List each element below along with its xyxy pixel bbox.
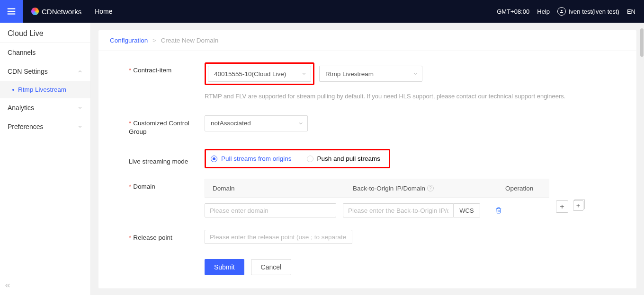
delete-row-button[interactable]	[487, 207, 510, 214]
breadcrumb-separator: >	[152, 37, 156, 44]
col-origin: Back-to-Origin IP/Domain ?	[345, 185, 501, 192]
domain-table: Domain Back-to-Origin IP/Domain ? Operat…	[205, 179, 549, 217]
nav-label: Preferences	[8, 123, 43, 130]
radio-push-pull[interactable]: Push and pull streams	[307, 155, 381, 162]
sidebar-item-channels[interactable]: Channels	[0, 43, 90, 62]
product-select[interactable]: Rtmp Livestream	[319, 66, 422, 82]
brand-logo[interactable]: CDNetworks	[31, 8, 81, 16]
chevron-down-icon	[298, 121, 304, 126]
bullet-icon	[12, 89, 14, 91]
radio-label: Push and pull streams	[317, 155, 381, 162]
release-input[interactable]	[205, 230, 352, 244]
lang-toggle[interactable]: EN	[627, 8, 635, 15]
select-value: notAssociated	[211, 120, 251, 127]
chevron-down-icon	[301, 71, 307, 77]
plus-icon	[559, 203, 565, 210]
sidebar-item-preferences[interactable]: Preferences	[0, 117, 90, 136]
sidebar-item-cdn-settings[interactable]: CDN Settings	[0, 62, 90, 81]
nav-label: Rtmp Livestream	[18, 86, 66, 93]
col-domain: Domain	[205, 185, 345, 192]
breadcrumb-parent[interactable]: Configuration	[110, 37, 148, 44]
origin-input[interactable]	[343, 203, 454, 217]
plus-stack-icon	[575, 203, 581, 208]
nav-label: CDN Settings	[8, 68, 48, 75]
chevron-double-left-icon	[4, 282, 11, 289]
col-origin-text: Back-to-Origin IP/Domain	[353, 185, 425, 192]
hamburger-icon	[6, 6, 17, 17]
highlight-mode: Pull streams from origins Push and pull …	[205, 149, 390, 168]
highlight-contract: 40015555-10(Cloud Live)	[205, 62, 314, 85]
ccg-label: Customized Control Group	[129, 115, 205, 137]
domain-input[interactable]	[205, 203, 336, 217]
col-operation: Operation	[501, 185, 549, 192]
trash-icon	[495, 207, 502, 214]
svg-point-3	[561, 10, 562, 11]
user-menu[interactable]: Iven test(Iven test)	[557, 7, 619, 16]
wcs-button[interactable]: WCS	[454, 203, 480, 217]
hamburger-button[interactable]	[0, 0, 23, 23]
sidebar-item-rtmp[interactable]: Rtmp Livestream	[0, 81, 90, 98]
nav-label: Channels	[8, 49, 36, 56]
ccg-select[interactable]: notAssociated	[205, 115, 308, 131]
sidebar: Cloud Live Channels CDN Settings Rtmp Li…	[0, 23, 91, 295]
sidebar-item-analytics[interactable]: Analytics	[0, 98, 90, 117]
top-bar: CDNetworks Home GMT+08:00 Help Iven test…	[0, 0, 644, 23]
domain-label: Domain	[129, 179, 205, 191]
chevron-down-icon	[412, 71, 418, 77]
logo-icon	[31, 8, 39, 15]
radio-icon	[211, 156, 217, 162]
nav-label: Analytics	[8, 104, 34, 112]
timezone-label[interactable]: GMT+08:00	[497, 8, 529, 15]
add-multiple-button[interactable]	[573, 200, 585, 213]
cancel-button[interactable]: Cancel	[251, 259, 292, 275]
mode-label: Live streaming mode	[129, 149, 205, 166]
user-name: Iven test(Iven test)	[569, 8, 619, 15]
help-icon[interactable]: ?	[427, 185, 434, 191]
contract-label: Contract-item	[129, 62, 205, 75]
chevron-down-icon	[77, 124, 83, 130]
chevron-up-icon	[77, 69, 83, 74]
submit-button[interactable]: Submit	[205, 259, 244, 275]
breadcrumb-current: Create New Domain	[161, 37, 219, 44]
sidebar-title: Cloud Live	[0, 23, 90, 43]
radio-label: Pull streams from origins	[221, 155, 292, 162]
collapse-sidebar-button[interactable]	[4, 282, 11, 291]
breadcrumb: Configuration > Create New Domain	[98, 30, 636, 51]
chevron-down-icon	[77, 105, 83, 111]
radio-pull-origins[interactable]: Pull streams from origins	[211, 155, 292, 162]
contract-helper: RTMP and FLV are supported for stream pu…	[205, 92, 625, 101]
user-icon	[557, 7, 566, 16]
contract-select[interactable]: 40015555-10(Cloud Live)	[208, 66, 311, 82]
brand-name: CDNetworks	[42, 8, 81, 16]
scrollbar-thumb[interactable]	[640, 28, 644, 57]
home-link[interactable]: Home	[95, 8, 112, 15]
help-link[interactable]: Help	[537, 8, 550, 15]
release-label: Release point	[129, 230, 205, 243]
add-row-button[interactable]	[556, 200, 568, 213]
main-content: Configuration > Create New Domain Contra…	[91, 23, 644, 295]
select-value: 40015555-10(Cloud Live)	[214, 70, 286, 78]
radio-icon	[307, 156, 313, 162]
select-value: Rtmp Livestream	[325, 70, 374, 78]
